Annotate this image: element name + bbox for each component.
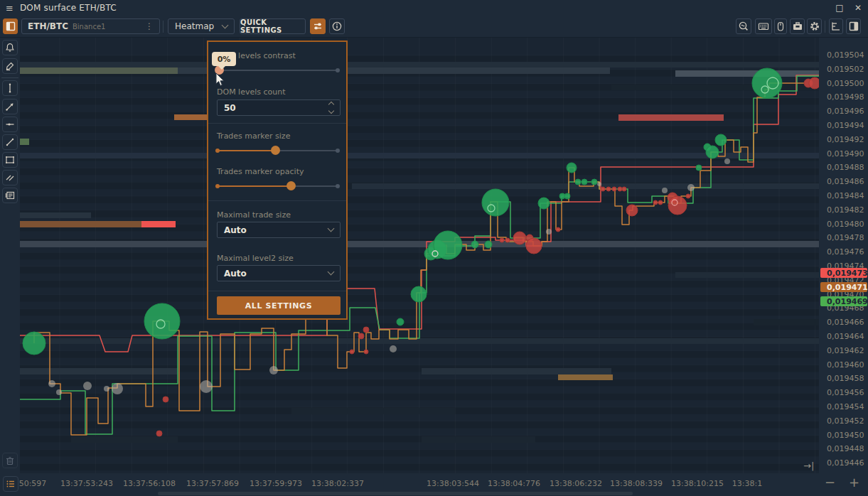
marker-opacity-label: Trades marker opacity [217, 167, 304, 176]
all-settings-button[interactable]: ALL SETTINGS [217, 296, 341, 315]
sell-trade-bubble [505, 238, 510, 242]
keyboard-button[interactable] [755, 18, 772, 34]
buy-trade-bubble [696, 165, 702, 171]
max-trade-size-select[interactable]: Auto [217, 222, 341, 238]
rectangle-tool-button[interactable] [2, 152, 18, 168]
sell-trade-bubble [500, 238, 504, 242]
heatmap-band [20, 221, 141, 227]
contrast-slider[interactable] [217, 70, 338, 71]
line-segment-tool-button[interactable] [2, 134, 18, 150]
close-button[interactable]: ✕ [852, 2, 864, 14]
alerts-tool-button[interactable] [2, 40, 18, 55]
count-input[interactable]: 50 [217, 99, 341, 116]
price-axis[interactable]: 0,0195040,0195020,0195000,0194980,019496… [819, 38, 868, 473]
spinner-up-icon[interactable] [328, 102, 334, 107]
app-window: ≡ DOM surface ETH/BTC □ ✕ ETH/BTC Binanc… [0, 0, 868, 496]
menu-icon[interactable]: ≡ [6, 3, 14, 14]
quick-settings-label: QUICK SETTINGS [240, 18, 305, 34]
count-spinner[interactable] [329, 102, 333, 113]
time-axis-label: 13:38:06:232 [550, 479, 602, 488]
max-level2-size-label: Maximal level2 size [217, 254, 294, 263]
buy-trade-bubble [482, 189, 509, 216]
portfolio-button[interactable] [790, 18, 805, 34]
instrument-selector[interactable]: ETH/BTC Binance1 ⋮ [21, 18, 160, 34]
toolbar-separator [1, 77, 18, 78]
buy-trade-bubble [23, 332, 45, 355]
zoom-in-button[interactable]: + [849, 475, 859, 490]
buy-trade-bubble [591, 179, 597, 185]
price-axis-label: 0,019502 [827, 65, 864, 74]
info-button[interactable] [329, 18, 345, 34]
price-axis-label: 0,019452 [827, 416, 864, 426]
notes-panel-tool-button[interactable] [2, 188, 18, 203]
marker-opacity-slider-handle[interactable] [286, 181, 296, 190]
left-panel-icon [5, 21, 16, 32]
time-axis-label: 13:38:08:339 [610, 479, 663, 488]
list-icon [5, 478, 16, 490]
settings-button[interactable] [807, 18, 822, 34]
quick-settings-sliders-button[interactable] [310, 18, 326, 34]
quick-settings-button[interactable]: QUICK SETTINGS [240, 18, 306, 34]
price-axis-label: 0,019464 [827, 332, 864, 341]
slider-end-dot [336, 184, 340, 188]
sell-trade-bubble [163, 397, 168, 402]
chart-type-select[interactable]: Heatmap [168, 18, 235, 34]
time-axis-label: 50:597 [19, 479, 47, 488]
price-axis-label: 0,019480 [827, 220, 864, 229]
sell-trade-bubble [513, 232, 526, 244]
buy-trade-bubble [471, 241, 478, 248]
slider-fill [217, 185, 291, 187]
horizontal-ray-tool-button[interactable] [2, 117, 18, 132]
max-trade-size-label: Maximal trade size [217, 210, 291, 220]
heatmap-band [611, 85, 819, 90]
arrow-tool-button[interactable] [2, 99, 18, 114]
popup-divider [208, 291, 346, 291]
heatmap-band [20, 62, 819, 68]
heatmap-band [618, 114, 724, 121]
zoom-out-button[interactable]: − [825, 475, 835, 490]
price-axis-label: 0,019488 [827, 163, 864, 172]
right-panel-toggle-button[interactable] [846, 18, 861, 34]
neutral-trade-bubble [83, 382, 92, 390]
spinner-down-icon[interactable] [328, 108, 334, 114]
marker-size-slider[interactable] [217, 150, 338, 151]
sell-trade-bubble [556, 227, 560, 232]
delete-drawings-button[interactable] [2, 453, 18, 468]
max-level2-size-select[interactable]: Auto [217, 265, 341, 281]
vertical-line-tool-button[interactable] [2, 80, 18, 96]
price-axis-label: 0,019500 [827, 79, 864, 88]
sell-trade-bubble [809, 77, 819, 89]
price-highlight-label: 0,019471 [820, 282, 867, 292]
neutral-trade-bubble [390, 345, 397, 352]
neutral-trade-bubble [112, 383, 123, 394]
drawing-tool-button[interactable] [2, 58, 18, 74]
magnifier-button[interactable] [736, 18, 751, 34]
magnifier-wave-icon [738, 21, 749, 32]
heatmap-band [20, 241, 819, 247]
maximize-button[interactable]: □ [834, 2, 845, 14]
buy-trade-bubble [411, 286, 427, 302]
depth-scale-button[interactable] [829, 18, 843, 34]
price-axis-label: 0,019496 [827, 107, 864, 116]
parallel-lines-tool-button[interactable] [2, 170, 18, 185]
price-axis-label: 0,019456 [827, 388, 864, 397]
sell-trade-bubble [626, 205, 638, 216]
sliders-icon [312, 21, 323, 32]
buy-trade-bubble [706, 146, 719, 158]
trend-arrow-icon [4, 101, 16, 112]
price-axis-label: 0,019484 [827, 191, 864, 200]
trades-list-button[interactable] [3, 476, 18, 492]
marker-size-slider-handle[interactable] [271, 146, 280, 155]
price-axis-label: 0,019466 [827, 318, 864, 327]
vertical-line-icon [4, 82, 16, 94]
dom-heatmap-chart[interactable]: →| [20, 38, 819, 473]
instrument-menu-dots-icon[interactable]: ⋮ [145, 21, 154, 31]
marker-opacity-slider[interactable] [217, 185, 338, 187]
title-bar: ≡ DOM surface ETH/BTC □ ✕ [0, 0, 868, 16]
time-axis-label: 13:37:57:869 [186, 479, 239, 488]
go-to-realtime-icon[interactable]: →| [803, 460, 814, 471]
horizontal-scrollbar[interactable] [158, 492, 633, 495]
left-panel-toggle-button[interactable] [3, 18, 18, 34]
mouse-button[interactable] [774, 18, 787, 34]
parallel-lines-icon [4, 172, 16, 183]
